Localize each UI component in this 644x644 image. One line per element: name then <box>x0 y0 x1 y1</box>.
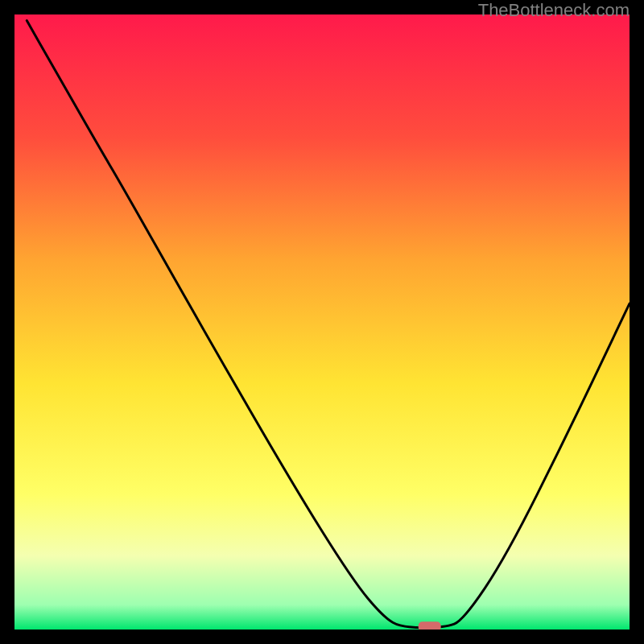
bottleneck-chart <box>14 14 630 630</box>
operating-point-marker <box>419 621 441 630</box>
watermark-text: TheBottleneck.com <box>478 0 630 21</box>
chart-frame <box>14 14 630 630</box>
gradient-background <box>14 14 630 630</box>
